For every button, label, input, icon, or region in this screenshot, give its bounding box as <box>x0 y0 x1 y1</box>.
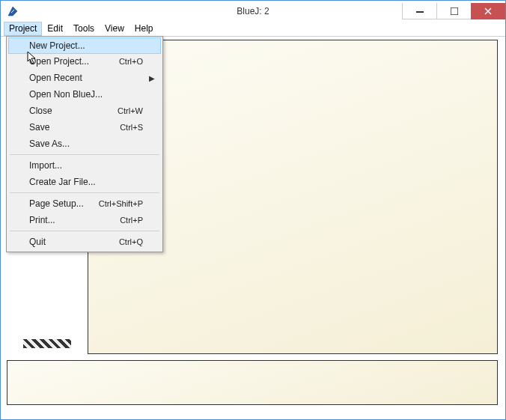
project-menu-dropdown: New Project...Open Project...Ctrl+OOpen … <box>6 36 163 252</box>
svg-rect-0 <box>416 11 424 13</box>
menu-tools[interactable]: Tools <box>68 22 100 36</box>
menu-item-open-non-bluej[interactable]: Open Non BlueJ... <box>8 86 161 103</box>
menu-item-save[interactable]: SaveCtrl+S <box>8 119 161 136</box>
menu-item-label: New Project... <box>29 40 143 51</box>
menu-item-label: Create Jar File... <box>29 177 143 187</box>
menu-separator <box>10 231 159 231</box>
menu-item-label: Import... <box>29 160 143 171</box>
menu-item-label: Open Recent <box>29 73 143 83</box>
menu-separator <box>10 192 159 193</box>
menu-item-label: Print... <box>29 215 120 225</box>
menu-item-create-jar-file[interactable]: Create Jar File... <box>8 174 161 190</box>
menu-item-shortcut: Ctrl+O <box>119 57 143 66</box>
menu-item-label: Page Setup... <box>29 198 99 209</box>
menu-item-shortcut: Ctrl+Q <box>119 237 143 246</box>
object-bench[interactable] <box>7 360 498 405</box>
titlebar: BlueJ: 2 <box>1 1 505 22</box>
menubar: ProjectEditToolsViewHelp <box>1 22 505 37</box>
minimize-button[interactable] <box>402 3 436 19</box>
menu-item-print[interactable]: Print...Ctrl+P <box>8 212 161 228</box>
menu-item-close[interactable]: CloseCtrl+W <box>8 103 161 119</box>
close-button[interactable] <box>471 3 505 19</box>
menu-item-label: Save <box>29 122 120 133</box>
menu-item-import[interactable]: Import... <box>8 157 161 174</box>
svg-rect-1 <box>451 7 458 15</box>
window-controls <box>402 3 505 19</box>
menu-item-page-setup[interactable]: Page Setup...Ctrl+Shift+P <box>8 195 161 212</box>
menu-item-label: Close <box>29 106 118 116</box>
menu-item-open-project[interactable]: Open Project...Ctrl+O <box>8 53 161 70</box>
menu-item-shortcut: Ctrl+S <box>120 123 143 132</box>
menu-help[interactable]: Help <box>129 22 159 36</box>
window-title: BlueJ: 2 <box>237 6 269 16</box>
menu-item-label: Open Non BlueJ... <box>29 89 143 100</box>
menu-item-shortcut: Ctrl+Shift+P <box>99 199 143 208</box>
menu-item-new-project[interactable]: New Project... <box>8 37 161 54</box>
menu-edit[interactable]: Edit <box>42 22 68 36</box>
menu-item-label: Open Project... <box>29 56 119 67</box>
menu-item-quit[interactable]: QuitCtrl+Q <box>8 234 161 250</box>
maximize-button[interactable] <box>436 3 471 19</box>
menu-item-label: Save As... <box>29 139 143 149</box>
menu-item-shortcut: Ctrl+P <box>120 216 143 225</box>
menu-item-shortcut: Ctrl+W <box>118 106 143 115</box>
menu-item-open-recent[interactable]: Open Recent▶ <box>8 70 161 86</box>
menu-view[interactable]: View <box>100 22 129 36</box>
progress-stripes <box>23 339 71 348</box>
menu-project[interactable]: Project <box>4 22 42 36</box>
app-icon <box>7 5 19 17</box>
chevron-right-icon: ▶ <box>149 74 155 82</box>
menu-item-save-as[interactable]: Save As... <box>8 136 161 152</box>
menu-item-label: Quit <box>29 237 119 247</box>
menu-separator <box>10 154 159 155</box>
